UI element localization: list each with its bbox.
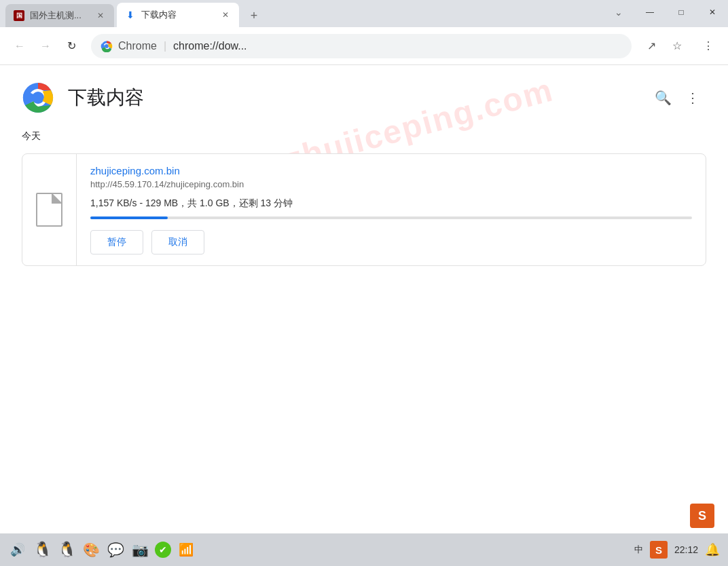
sogou-watermark: S <box>690 504 714 528</box>
window-controls: ⌄ — □ ✕ <box>603 0 728 27</box>
page-header-actions: 🔍 ⋮ <box>649 84 706 111</box>
chrome-logo <box>22 81 54 114</box>
tab-inactive-title: 国外主机测... <box>30 10 90 22</box>
volume-icon[interactable]: 🔊 <box>8 540 27 559</box>
chrome-icon <box>101 40 113 52</box>
url-separator: | <box>164 40 166 52</box>
taskbar-right: 中 S 22:12 🔔 <box>634 541 720 559</box>
page-menu-button[interactable]: ⋮ <box>679 84 706 111</box>
address-bar: ← → ↻ Chrome | chrome://dow... ↗ ☆ ⋮ <box>0 27 728 65</box>
more-icon: ⋮ <box>686 90 699 106</box>
pause-button[interactable]: 暂停 <box>90 230 143 254</box>
language-indicator[interactable]: 中 <box>634 544 643 556</box>
chevron-down-button[interactable]: ⌄ <box>603 1 634 24</box>
download-file-icon-area <box>22 154 77 265</box>
new-tab-button[interactable]: + <box>242 4 266 27</box>
clock: 22:12 <box>674 544 698 555</box>
tab-active[interactable]: ⬇ 下载内容 ✕ <box>117 3 239 27</box>
share-button[interactable]: ↗ <box>640 35 663 58</box>
tab-area: 国 国外主机测... ✕ ⬇ 下载内容 ✕ + <box>0 3 603 27</box>
download-url: http://45.59.170.14/zhujiceping.com.bin <box>90 179 692 189</box>
search-icon-button[interactable]: 🔍 <box>649 84 676 111</box>
page-title: 下载内容 <box>68 85 144 111</box>
check-icon[interactable]: ✔ <box>155 542 171 558</box>
sogou-taskbar-icon[interactable]: S <box>650 541 668 559</box>
tencent-qq1-icon[interactable]: 🐧 <box>33 540 52 559</box>
tab-inactive-favicon: 国 <box>14 10 24 21</box>
download-details: zhujiceping.com.bin http://45.59.170.14/… <box>77 154 706 265</box>
url-bar[interactable]: Chrome | chrome://dow... <box>91 34 632 58</box>
tab-inactive[interactable]: 国 国外主机测... ✕ <box>5 4 114 27</box>
wechat-icon[interactable]: 💬 <box>106 540 125 559</box>
download-filename[interactable]: zhujiceping.com.bin <box>90 165 692 176</box>
tab-inactive-close[interactable]: ✕ <box>95 10 106 21</box>
back-button[interactable]: ← <box>8 35 31 58</box>
bookmark-button[interactable]: ☆ <box>666 35 689 58</box>
close-button[interactable]: ✕ <box>697 1 728 24</box>
url-chrome-label: Chrome <box>118 40 157 52</box>
download-tab-favicon: ⬇ <box>125 10 136 20</box>
progress-bar-background <box>90 216 692 219</box>
section-today: 今天 <box>0 125 728 148</box>
taskbar: 🔊 🐧 🐧 🎨 💬 📷 ✔ 📶 中 S 22:12 🔔 <box>0 533 728 566</box>
forward-button[interactable]: → <box>34 35 57 58</box>
download-actions: 暂停 取消 <box>90 230 692 254</box>
download-status: 1,157 KB/s - 129 MB，共 1.0 GB，还剩 13 分钟 <box>90 197 692 210</box>
tab-active-close[interactable]: ✕ <box>220 10 231 20</box>
url-path: chrome://dow... <box>173 40 247 52</box>
reload-button[interactable]: ↻ <box>60 35 83 58</box>
maximize-button[interactable]: □ <box>666 1 697 24</box>
progress-bar-fill <box>90 216 168 219</box>
page-header: 下载内容 🔍 ⋮ <box>0 65 728 125</box>
color-icon[interactable]: 🎨 <box>81 540 101 559</box>
search-icon: 🔍 <box>655 90 672 106</box>
address-actions: ↗ ☆ <box>640 35 689 58</box>
file-icon <box>36 193 62 227</box>
wifi-icon[interactable]: 📶 <box>177 540 196 559</box>
tencent-qq2-icon[interactable]: 🐧 <box>57 540 76 559</box>
cancel-button[interactable]: 取消 <box>151 230 204 254</box>
camera-icon[interactable]: 📷 <box>130 540 149 559</box>
title-bar: 国 国外主机测... ✕ ⬇ 下载内容 ✕ + ⌄ — □ ✕ <box>0 0 728 27</box>
download-card: zhujiceping.com.bin http://45.59.170.14/… <box>22 153 706 266</box>
notification-button[interactable]: 🔔 <box>705 542 720 557</box>
tab-active-title: 下载内容 <box>141 9 215 21</box>
browser-menu-button[interactable]: ⋮ <box>697 35 720 58</box>
main-content: zhujiceping.com 下载内容 🔍 ⋮ 今天 <box>0 65 728 533</box>
minimize-button[interactable]: — <box>634 1 666 24</box>
